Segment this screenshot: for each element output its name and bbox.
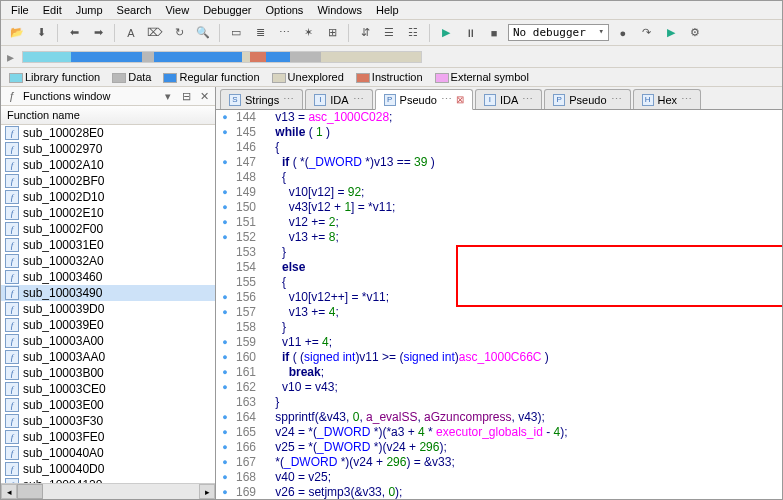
function-item[interactable]: fsub_10003F30 — [1, 413, 215, 429]
tab-close-icon[interactable]: ⊠ — [456, 94, 464, 105]
struct-icon[interactable]: ≣ — [250, 23, 270, 43]
menu-jump[interactable]: Jump — [70, 2, 109, 18]
code-line[interactable]: ●147 if ( *(_DWORD *)v13 == 39 ) — [216, 155, 782, 170]
menu-view[interactable]: View — [159, 2, 195, 18]
code-content[interactable]: } — [262, 395, 782, 410]
breakpoint-dot-icon[interactable]: ● — [216, 335, 234, 350]
breakpoint-dot-icon[interactable]: ● — [216, 215, 234, 230]
opt2-icon[interactable]: ☷ — [403, 23, 423, 43]
back-icon[interactable]: ⬅ — [64, 23, 84, 43]
code-line[interactable]: 153 } — [216, 245, 782, 260]
bp-icon[interactable]: ● — [613, 23, 633, 43]
code-content[interactable]: spprintf(&v43, 0, a_evalSS, aGzuncompres… — [262, 410, 782, 425]
code-line[interactable]: ●161 break; — [216, 365, 782, 380]
menu-windows[interactable]: Windows — [311, 2, 368, 18]
code-line[interactable]: ●162 v10 = v43; — [216, 380, 782, 395]
code-line[interactable]: ●157 v13 += 4; — [216, 305, 782, 320]
scroll-left-icon[interactable]: ◂ — [1, 484, 17, 499]
breakpoint-dot-icon[interactable] — [216, 140, 234, 155]
code-line[interactable]: 148 { — [216, 170, 782, 185]
code-content[interactable]: v13 = asc_1000C028; — [262, 110, 782, 125]
function-item[interactable]: fsub_10002A10 — [1, 157, 215, 173]
enum-icon[interactable]: ⋯ — [274, 23, 294, 43]
code-content[interactable]: if ( (signed int)v11 >= (signed int)asc_… — [262, 350, 782, 365]
breakpoint-dot-icon[interactable] — [216, 170, 234, 185]
breakpoint-dot-icon[interactable]: ● — [216, 155, 234, 170]
function-item[interactable]: fsub_10003FE0 — [1, 429, 215, 445]
tab-pseudo[interactable]: PPseudo⋯⊠ — [375, 89, 473, 110]
h-scrollbar[interactable]: ◂ ▸ — [1, 483, 215, 499]
code-content[interactable]: v10[v12] = 92; — [262, 185, 782, 200]
code-content[interactable]: v10[v12++] = *v11; — [262, 290, 782, 305]
graph-icon[interactable]: ⊞ — [322, 23, 342, 43]
code-content[interactable]: v11 += 4; — [262, 335, 782, 350]
menu-search[interactable]: Search — [111, 2, 158, 18]
code-line[interactable]: ●151 v12 += 2; — [216, 215, 782, 230]
breakpoint-dot-icon[interactable]: ● — [216, 440, 234, 455]
code-content[interactable]: { — [262, 170, 782, 185]
code-content[interactable]: v12 += 2; — [262, 215, 782, 230]
function-item[interactable]: fsub_10002E10 — [1, 205, 215, 221]
breakpoint-dot-icon[interactable]: ● — [216, 425, 234, 440]
breakpoint-dot-icon[interactable]: ● — [216, 350, 234, 365]
breakpoint-dot-icon[interactable]: ● — [216, 485, 234, 499]
breakpoint-dot-icon[interactable]: ● — [216, 470, 234, 485]
tab-ida[interactable]: IIDA ⋯ — [305, 89, 372, 109]
column-header[interactable]: Function name — [1, 106, 215, 125]
tab-strings[interactable]: SStrings ⋯ — [220, 89, 303, 109]
function-item[interactable]: fsub_10002970 — [1, 141, 215, 157]
code-content[interactable]: v26 = setjmp3(&v33, 0); — [262, 485, 782, 499]
function-item[interactable]: fsub_10003B00 — [1, 365, 215, 381]
pause-icon[interactable]: ⏸ — [460, 23, 480, 43]
open-icon[interactable]: 📂 — [7, 23, 27, 43]
refresh-icon[interactable]: ↻ — [169, 23, 189, 43]
run-to-icon[interactable]: ▶ — [661, 23, 681, 43]
breakpoint-dot-icon[interactable]: ● — [216, 230, 234, 245]
code-line[interactable]: ●166 v25 = *(_DWORD *)(v24 + 296); — [216, 440, 782, 455]
fwd-icon[interactable]: ➡ — [88, 23, 108, 43]
function-item[interactable]: fsub_10003460 — [1, 269, 215, 285]
tool-a-icon[interactable]: A — [121, 23, 141, 43]
code-line[interactable]: ●150 v43[v12 + 1] = *v11; — [216, 200, 782, 215]
function-item[interactable]: fsub_10002D10 — [1, 189, 215, 205]
debugger-combo[interactable]: No debugger — [508, 24, 609, 41]
code-line[interactable]: ●165 v24 = *(_DWORD *)(*a3 + 4 * executo… — [216, 425, 782, 440]
panel-menu-icon[interactable]: ▾ — [161, 89, 175, 103]
code-line[interactable]: ●144 v13 = asc_1000C028; — [216, 110, 782, 125]
code-view[interactable]: ●144 v13 = asc_1000C028;●145 while ( 1 )… — [216, 110, 782, 499]
nav-blocks[interactable] — [22, 51, 422, 63]
function-item[interactable]: fsub_100039D0 — [1, 301, 215, 317]
zoom-icon[interactable]: 🔍 — [193, 23, 213, 43]
menu-file[interactable]: File — [5, 2, 35, 18]
code-line[interactable]: ●168 v40 = v25; — [216, 470, 782, 485]
code-line[interactable]: ●149 v10[v12] = 92; — [216, 185, 782, 200]
code-content[interactable]: v43[v12 + 1] = *v11; — [262, 200, 782, 215]
breakpoint-dot-icon[interactable]: ● — [216, 305, 234, 320]
breakpoint-dot-icon[interactable]: ● — [216, 110, 234, 125]
run-icon[interactable]: ▶ — [436, 23, 456, 43]
code-content[interactable]: v13 += 4; — [262, 305, 782, 320]
code-line[interactable]: ●169 v26 = setjmp3(&v33, 0); — [216, 485, 782, 499]
code-line[interactable]: 163 } — [216, 395, 782, 410]
seg-icon[interactable]: ▭ — [226, 23, 246, 43]
scroll-thumb[interactable] — [17, 484, 43, 499]
function-item[interactable]: fsub_10003AA0 — [1, 349, 215, 365]
code-line[interactable]: ●152 v13 += 8; — [216, 230, 782, 245]
menu-options[interactable]: Options — [259, 2, 309, 18]
code-line[interactable]: ●160 if ( (signed int)v11 >= (signed int… — [216, 350, 782, 365]
function-item[interactable]: fsub_100028E0 — [1, 125, 215, 141]
breakpoint-dot-icon[interactable]: ● — [216, 410, 234, 425]
function-item[interactable]: fsub_10003A00 — [1, 333, 215, 349]
panel-pin-icon[interactable]: ⊟ — [179, 89, 193, 103]
stop-icon[interactable]: ■ — [484, 23, 504, 43]
function-list[interactable]: fsub_100028E0fsub_10002970fsub_10002A10f… — [1, 125, 215, 483]
code-content[interactable]: v24 = *(_DWORD *)(*a3 + 4 * executor_glo… — [262, 425, 782, 440]
code-content[interactable]: break; — [262, 365, 782, 380]
menu-debugger[interactable]: Debugger — [197, 2, 257, 18]
tab-ida[interactable]: IIDA ⋯ — [475, 89, 542, 109]
code-line[interactable]: ●156 v10[v12++] = *v11; — [216, 290, 782, 305]
breakpoint-dot-icon[interactable] — [216, 245, 234, 260]
breakpoint-dot-icon[interactable]: ● — [216, 365, 234, 380]
function-item[interactable]: fsub_100031E0 — [1, 237, 215, 253]
function-item[interactable]: fsub_10003E00 — [1, 397, 215, 413]
